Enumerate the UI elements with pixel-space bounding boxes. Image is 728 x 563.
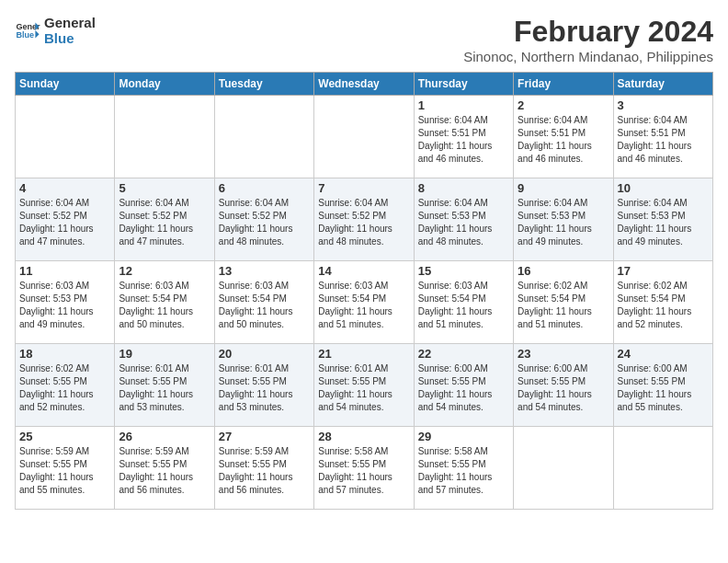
subtitle: Sinonoc, Northern Mindanao, Philippines <box>463 49 713 64</box>
day-info: Sunrise: 6:00 AM Sunset: 5:55 PM Dayligh… <box>418 362 509 414</box>
day-number: 4 <box>19 181 110 195</box>
calendar-cell: 20Sunrise: 6:01 AM Sunset: 5:55 PM Dayli… <box>214 344 313 427</box>
day-info: Sunrise: 6:03 AM Sunset: 5:54 PM Dayligh… <box>318 280 409 331</box>
calendar-cell: 22Sunrise: 6:00 AM Sunset: 5:55 PM Dayli… <box>414 344 513 427</box>
calendar-week-4: 18Sunrise: 6:02 AM Sunset: 5:55 PM Dayli… <box>16 344 713 427</box>
calendar-cell: 2Sunrise: 6:04 AM Sunset: 5:51 PM Daylig… <box>514 96 613 178</box>
calendar-cell: 8Sunrise: 6:04 AM Sunset: 5:53 PM Daylig… <box>414 178 513 261</box>
day-info: Sunrise: 5:59 AM Sunset: 5:55 PM Dayligh… <box>119 445 210 497</box>
logo-line2: Blue <box>44 30 96 46</box>
calendar-table: SundayMondayTuesdayWednesdayThursdayFrid… <box>15 72 713 510</box>
calendar-cell <box>214 96 313 178</box>
calendar-cell: 13Sunrise: 6:03 AM Sunset: 5:54 PM Dayli… <box>214 261 313 344</box>
day-info: Sunrise: 6:04 AM Sunset: 5:53 PM Dayligh… <box>618 197 709 248</box>
day-info: Sunrise: 6:04 AM Sunset: 5:52 PM Dayligh… <box>318 197 409 248</box>
calendar-cell: 19Sunrise: 6:01 AM Sunset: 5:55 PM Dayli… <box>115 344 214 427</box>
calendar-cell <box>613 427 712 510</box>
day-info: Sunrise: 6:00 AM Sunset: 5:55 PM Dayligh… <box>618 362 709 414</box>
calendar-cell <box>514 427 613 510</box>
day-number: 23 <box>518 347 609 361</box>
day-info: Sunrise: 6:04 AM Sunset: 5:51 PM Dayligh… <box>618 114 709 166</box>
day-number: 22 <box>418 347 509 361</box>
day-info: Sunrise: 6:01 AM Sunset: 5:55 PM Dayligh… <box>219 362 310 414</box>
calendar-cell <box>115 96 214 178</box>
calendar-cell: 1Sunrise: 6:04 AM Sunset: 5:51 PM Daylig… <box>414 96 513 178</box>
calendar-cell: 17Sunrise: 6:02 AM Sunset: 5:54 PM Dayli… <box>613 261 712 344</box>
calendar-cell: 10Sunrise: 6:04 AM Sunset: 5:53 PM Dayli… <box>613 178 712 261</box>
calendar-cell: 4Sunrise: 6:04 AM Sunset: 5:52 PM Daylig… <box>16 178 115 261</box>
calendar-week-5: 25Sunrise: 5:59 AM Sunset: 5:55 PM Dayli… <box>16 427 713 510</box>
day-number: 12 <box>119 264 210 278</box>
calendar-body: 1Sunrise: 6:04 AM Sunset: 5:51 PM Daylig… <box>16 96 713 510</box>
day-number: 24 <box>618 347 709 361</box>
day-info: Sunrise: 6:04 AM Sunset: 5:51 PM Dayligh… <box>418 114 509 166</box>
day-number: 6 <box>219 181 310 195</box>
day-number: 10 <box>618 181 709 195</box>
day-info: Sunrise: 6:04 AM Sunset: 5:52 PM Dayligh… <box>219 197 310 248</box>
calendar-cell: 27Sunrise: 5:59 AM Sunset: 5:55 PM Dayli… <box>214 427 313 510</box>
calendar-cell <box>314 96 414 178</box>
day-info: Sunrise: 6:04 AM Sunset: 5:52 PM Dayligh… <box>119 197 210 248</box>
calendar-cell: 28Sunrise: 5:58 AM Sunset: 5:55 PM Dayli… <box>314 427 414 510</box>
day-header-thursday: Thursday <box>414 73 513 96</box>
day-header-wednesday: Wednesday <box>314 73 414 96</box>
calendar-cell <box>16 96 115 178</box>
day-number: 11 <box>19 264 110 278</box>
day-info: Sunrise: 6:03 AM Sunset: 5:53 PM Dayligh… <box>19 280 110 331</box>
calendar-cell: 14Sunrise: 6:03 AM Sunset: 5:54 PM Dayli… <box>314 261 414 344</box>
calendar-cell: 5Sunrise: 6:04 AM Sunset: 5:52 PM Daylig… <box>115 178 214 261</box>
day-number: 17 <box>618 264 709 278</box>
day-number: 26 <box>119 430 210 443</box>
day-number: 18 <box>19 347 110 361</box>
day-number: 19 <box>119 347 210 361</box>
logo: General Blue General Blue <box>15 15 96 46</box>
day-number: 14 <box>318 264 409 278</box>
title-area: February 2024 Sinonoc, Northern Mindanao… <box>463 15 713 64</box>
day-info: Sunrise: 5:58 AM Sunset: 5:55 PM Dayligh… <box>318 445 409 497</box>
day-number: 29 <box>418 430 509 443</box>
calendar-week-3: 11Sunrise: 6:03 AM Sunset: 5:53 PM Dayli… <box>16 261 713 344</box>
day-number: 25 <box>19 430 110 443</box>
day-info: Sunrise: 6:02 AM Sunset: 5:54 PM Dayligh… <box>618 280 709 331</box>
day-info: Sunrise: 6:04 AM Sunset: 5:53 PM Dayligh… <box>518 197 609 248</box>
calendar-cell: 9Sunrise: 6:04 AM Sunset: 5:53 PM Daylig… <box>514 178 613 261</box>
calendar-cell: 26Sunrise: 5:59 AM Sunset: 5:55 PM Dayli… <box>115 427 214 510</box>
calendar-cell: 23Sunrise: 6:00 AM Sunset: 5:55 PM Dayli… <box>514 344 613 427</box>
day-info: Sunrise: 6:04 AM Sunset: 5:51 PM Dayligh… <box>518 114 609 166</box>
calendar-cell: 24Sunrise: 6:00 AM Sunset: 5:55 PM Dayli… <box>613 344 712 427</box>
day-number: 16 <box>518 264 609 278</box>
logo-icon: General Blue <box>15 17 40 43</box>
calendar-cell: 29Sunrise: 5:58 AM Sunset: 5:55 PM Dayli… <box>414 427 513 510</box>
calendar-week-2: 4Sunrise: 6:04 AM Sunset: 5:52 PM Daylig… <box>16 178 713 261</box>
day-number: 20 <box>219 347 310 361</box>
calendar-cell: 25Sunrise: 5:59 AM Sunset: 5:55 PM Dayli… <box>16 427 115 510</box>
calendar-cell: 7Sunrise: 6:04 AM Sunset: 5:52 PM Daylig… <box>314 178 414 261</box>
day-info: Sunrise: 6:03 AM Sunset: 5:54 PM Dayligh… <box>219 280 310 331</box>
day-number: 21 <box>318 347 409 361</box>
day-info: Sunrise: 5:59 AM Sunset: 5:55 PM Dayligh… <box>219 445 310 497</box>
calendar-header-row: SundayMondayTuesdayWednesdayThursdayFrid… <box>16 73 713 96</box>
day-number: 1 <box>418 98 509 112</box>
calendar-cell: 21Sunrise: 6:01 AM Sunset: 5:55 PM Dayli… <box>314 344 414 427</box>
day-info: Sunrise: 6:01 AM Sunset: 5:55 PM Dayligh… <box>318 362 409 414</box>
logo-line1: General <box>44 15 96 30</box>
header: General Blue General Blue February 2024 … <box>15 15 713 64</box>
day-number: 28 <box>318 430 409 443</box>
day-number: 13 <box>219 264 310 278</box>
calendar-cell: 6Sunrise: 6:04 AM Sunset: 5:52 PM Daylig… <box>214 178 313 261</box>
day-header-saturday: Saturday <box>613 73 712 96</box>
svg-text:Blue: Blue <box>16 30 34 40</box>
day-info: Sunrise: 6:02 AM Sunset: 5:54 PM Dayligh… <box>518 280 609 331</box>
day-info: Sunrise: 6:03 AM Sunset: 5:54 PM Dayligh… <box>418 280 509 331</box>
calendar-cell: 12Sunrise: 6:03 AM Sunset: 5:54 PM Dayli… <box>115 261 214 344</box>
day-header-monday: Monday <box>115 73 214 96</box>
day-header-sunday: Sunday <box>16 73 115 96</box>
calendar-cell: 18Sunrise: 6:02 AM Sunset: 5:55 PM Dayli… <box>16 344 115 427</box>
day-info: Sunrise: 5:58 AM Sunset: 5:55 PM Dayligh… <box>418 445 509 497</box>
day-number: 27 <box>219 430 310 443</box>
day-header-tuesday: Tuesday <box>214 73 313 96</box>
day-info: Sunrise: 6:04 AM Sunset: 5:52 PM Dayligh… <box>19 197 110 248</box>
day-number: 15 <box>418 264 509 278</box>
day-number: 5 <box>119 181 210 195</box>
day-info: Sunrise: 6:00 AM Sunset: 5:55 PM Dayligh… <box>518 362 609 414</box>
